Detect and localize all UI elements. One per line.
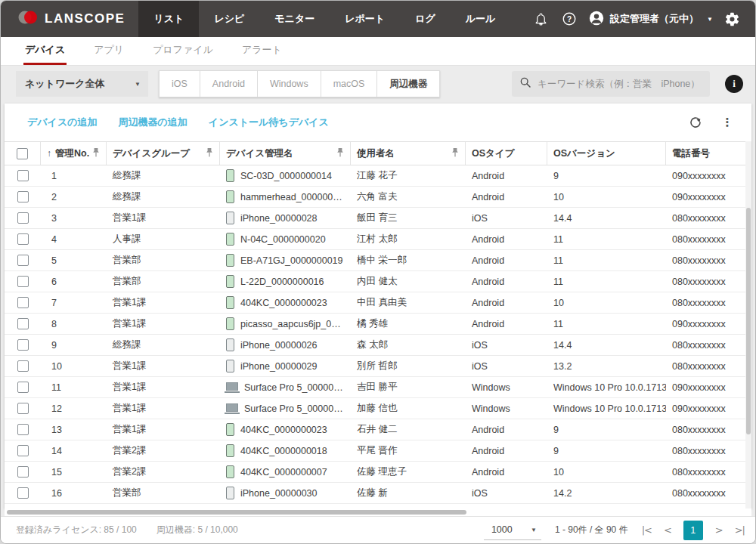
filter-bar: ネットワーク全体 ▼ iOSAndroidWindowsmacOS周辺機器 i xyxy=(1,66,755,102)
help-icon[interactable]: ? xyxy=(556,6,582,32)
pin-icon[interactable] xyxy=(92,147,100,159)
row-checkbox[interactable] xyxy=(17,297,29,308)
vertical-scrollbar[interactable] xyxy=(745,141,751,508)
cell-group: 営業部 xyxy=(107,487,220,499)
next-page-button[interactable]: > xyxy=(715,524,723,536)
nav-item-0[interactable]: リスト xyxy=(138,1,199,37)
table-row[interactable]: 10 営業1課 iPhone_00000029 別所 哲郎 iOS 13.2 0… xyxy=(5,356,751,377)
tab-3[interactable]: アラート xyxy=(240,37,284,65)
range-label: 1 - 90件 / 全 90 件 xyxy=(555,524,628,536)
row-checkbox[interactable] xyxy=(17,233,29,245)
row-checkbox[interactable] xyxy=(17,276,29,287)
nav-item-3[interactable]: レポート xyxy=(330,1,400,37)
table-row[interactable]: 13 営業1課 404KC_0000000023 石井 健二 Android 9… xyxy=(5,419,751,440)
row-checkbox[interactable] xyxy=(17,339,29,351)
search-input[interactable] xyxy=(538,79,702,89)
row-checkbox[interactable] xyxy=(17,255,29,266)
row-checkbox[interactable] xyxy=(17,191,29,202)
column-header-group[interactable]: デバイスグループ xyxy=(107,142,220,165)
table-row[interactable]: 8 営業1課 picasso_aapcus6jp_000... 橘 秀雄 And… xyxy=(5,314,751,335)
horizontal-scrollbar[interactable] xyxy=(5,508,751,516)
select-all-checkbox[interactable] xyxy=(17,148,28,159)
column-header-phone[interactable]: 電話番号 xyxy=(666,142,751,165)
previous-page-button[interactable]: < xyxy=(664,524,671,536)
row-checkbox[interactable] xyxy=(17,445,29,456)
row-checkbox[interactable] xyxy=(17,403,29,414)
os-filter-macOS[interactable]: macOS xyxy=(321,70,378,97)
sort-ascending-icon: ↑ xyxy=(47,148,51,159)
page-size-select[interactable]: 1000 ▼ xyxy=(484,521,541,540)
cell-no: 15 xyxy=(41,467,107,478)
table-row[interactable]: 15 営業2課 404KC_0000000007 佐藤 理恵子 Android … xyxy=(5,462,751,483)
svg-text:?: ? xyxy=(567,15,572,23)
actions-right: ⋮ xyxy=(685,112,738,133)
pin-icon[interactable] xyxy=(451,147,459,159)
nav-item-1[interactable]: レシピ xyxy=(199,1,259,37)
nav-item-5[interactable]: ルール xyxy=(451,1,511,37)
network-group-select[interactable]: ネットワーク全体 ▼ xyxy=(16,71,148,97)
table-row[interactable]: 2 総務課 hammerhead_00000000... 六角 富夫 Andro… xyxy=(5,187,751,208)
cell-os-version: 11 xyxy=(547,319,666,329)
table-row[interactable]: 12 営業1課 Surface Pro 5_0000000... 加藤 信也 W… xyxy=(5,398,751,419)
nav-item-4[interactable]: ログ xyxy=(400,1,451,37)
column-header-no[interactable]: ↑ 管理No. xyxy=(41,142,107,165)
current-page-button[interactable]: 1 xyxy=(683,521,703,540)
column-header-device[interactable]: デバイス管理名 xyxy=(220,142,351,165)
os-filter-Android[interactable]: Android xyxy=(200,70,258,97)
cell-os-version: 9 xyxy=(547,171,666,181)
tab-1[interactable]: アプリ xyxy=(92,37,125,65)
settings-gear-icon[interactable] xyxy=(719,6,745,32)
table-row[interactable]: 14 営業2課 404KC_0000000018 平尾 晋作 Android 9… xyxy=(5,440,751,462)
row-checkbox[interactable] xyxy=(17,382,29,393)
row-checkbox[interactable] xyxy=(17,212,29,224)
os-filter-周辺機器[interactable]: 周辺機器 xyxy=(377,70,440,97)
column-header-user[interactable]: 使用者名 xyxy=(351,142,466,165)
row-checkbox[interactable] xyxy=(17,170,29,181)
os-filter-iOS[interactable]: iOS xyxy=(159,70,200,97)
tab-2[interactable]: プロファイル xyxy=(151,37,215,65)
cell-os-type: Android xyxy=(466,425,547,435)
lanscope-logo[interactable]: LANSCOPE xyxy=(1,1,138,37)
action-link-1[interactable]: 周辺機器の追加 xyxy=(119,116,187,129)
pin-icon[interactable] xyxy=(336,147,344,159)
column-header-os-version[interactable]: OSバージョン xyxy=(547,142,666,165)
refresh-icon[interactable] xyxy=(685,112,706,133)
table-row[interactable]: 6 営業部 L-22D_0000000016 内田 健太 Android 11 … xyxy=(5,271,751,292)
table-row[interactable]: 1 総務課 SC-03D_0000000014 江藤 花子 Android 9 … xyxy=(5,165,751,187)
first-page-button[interactable]: |< xyxy=(642,524,652,536)
vertical-scrollbar-thumb[interactable] xyxy=(746,208,751,434)
row-checkbox[interactable] xyxy=(17,318,29,329)
table-row[interactable]: 9 総務課 iPhone_00000026 森 太郎 iOS 14.4 080x… xyxy=(5,335,751,356)
row-checkbox[interactable] xyxy=(17,487,29,499)
last-page-button[interactable]: >| xyxy=(735,524,745,536)
table-body: 1 総務課 SC-03D_0000000014 江藤 花子 Android 9 … xyxy=(5,165,751,508)
cell-os-version: 10 xyxy=(547,467,666,478)
row-checkbox[interactable] xyxy=(17,424,29,435)
pin-icon[interactable] xyxy=(206,147,213,159)
table-row[interactable]: 16 営業部 iPhone_00000030 佐藤 新 iOS 14.2 080… xyxy=(5,483,751,504)
table-row[interactable]: 11 営業1課 Surface Pro 5_0000000... 吉田 勝平 W… xyxy=(5,377,751,398)
action-link-0[interactable]: デバイスの追加 xyxy=(27,116,98,129)
table-header: ↑ 管理No. デバイスグループ デバイス管理名 使用者名 xyxy=(5,141,751,165)
cell-phone: 080xxxxxxxx xyxy=(666,255,751,266)
table-row[interactable]: 4 人事課 N-04C_0000000020 江村 太郎 Android 11 … xyxy=(5,229,751,250)
cell-os-type: Windows xyxy=(466,403,547,414)
table-row[interactable]: 7 営業1課 404KC_0000000023 中田 真由美 Android 1… xyxy=(5,292,751,314)
table-row[interactable]: 5 営業部 EB-A71GJ_0000000019 橋中 栄一郎 Android… xyxy=(5,250,751,271)
column-header-os-type[interactable]: OSタイプ xyxy=(466,142,547,165)
table-row[interactable]: 3 営業1課 iPhone_00000028 飯田 育三 iOS 14.4 08… xyxy=(5,208,751,229)
action-link-2[interactable]: インストール待ちデバイス xyxy=(209,116,329,129)
cell-phone: 080xxxxxxxx xyxy=(666,467,751,478)
row-checkbox[interactable] xyxy=(17,360,29,372)
notification-bell-icon[interactable] xyxy=(528,6,553,32)
more-options-icon[interactable]: ⋮ xyxy=(717,112,738,133)
cell-phone: 090xxxxxxxx xyxy=(666,192,751,202)
info-icon[interactable]: i xyxy=(725,75,743,93)
horizontal-scrollbar-thumb[interactable] xyxy=(7,510,466,515)
user-menu[interactable]: 設定管理者（元中） ▼ xyxy=(585,10,716,29)
os-filter-Windows[interactable]: Windows xyxy=(258,70,321,97)
tab-0[interactable]: デバイス xyxy=(23,37,67,65)
row-checkbox[interactable] xyxy=(17,466,29,478)
cell-os-type: Android xyxy=(466,171,547,181)
nav-item-2[interactable]: モニター xyxy=(259,1,330,37)
